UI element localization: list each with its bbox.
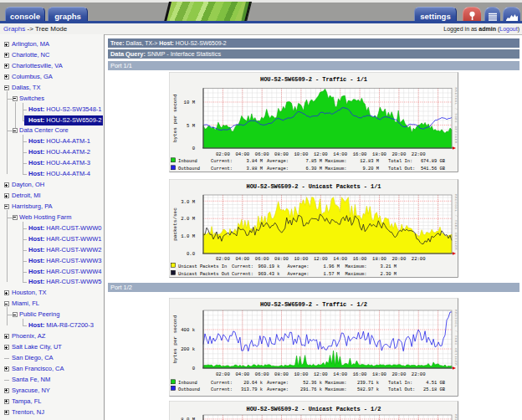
svg-text:8.0 M: 8.0 M [181, 417, 195, 420]
svg-text:Current:: Current: [211, 159, 233, 164]
svg-text:18:00: 18:00 [372, 256, 386, 262]
svg-text:20:00: 20:00 [392, 256, 407, 262]
svg-text:Maximum:: Maximum: [325, 387, 347, 392]
svg-text:Average:: Average: [267, 387, 289, 392]
svg-text:Unicast Packets In: Unicast Packets In [178, 264, 227, 269]
svg-text:HOU-S2-SW6509-2 - Traffic - 1/: HOU-S2-SW6509-2 - Traffic - 1/1 [260, 76, 367, 83]
svg-text:Unicast Packets Out: Unicast Packets Out [178, 272, 229, 277]
svg-text:RRDTOOL / TOBI OETIKER: RRDTOOL / TOBI OETIKER [454, 414, 458, 420]
svg-text:20.64 k: 20.64 k [243, 381, 263, 386]
svg-text:06:00: 06:00 [255, 371, 269, 377]
svg-text:20:00: 20:00 [392, 371, 407, 377]
svg-text:Total In:: Total In: [388, 381, 412, 386]
svg-text:7.85 M: 7.85 M [306, 159, 322, 164]
svg-text:3.21 M: 3.21 M [381, 264, 397, 269]
svg-text:1.0 M: 1.0 M [181, 233, 195, 239]
svg-text:04:00: 04:00 [235, 371, 249, 377]
svg-text:200 k: 200 k [181, 346, 195, 352]
svg-text:Current:: Current: [211, 387, 233, 392]
svg-text:08:00: 08:00 [274, 256, 289, 262]
svg-text:2.30 M: 2.30 M [381, 272, 397, 277]
svg-text:Maximum:: Maximum: [325, 166, 347, 172]
svg-text:04:00: 04:00 [235, 151, 249, 157]
svg-text:16:00: 16:00 [353, 151, 367, 157]
svg-text:6.30 M: 6.30 M [306, 166, 322, 172]
svg-text:Current:: Current: [211, 166, 233, 172]
svg-text:541.56 GB: 541.56 GB [421, 166, 446, 172]
svg-text:291.76 k: 291.76 k [300, 387, 322, 392]
svg-text:18:00: 18:00 [372, 371, 386, 377]
svg-text:400 k: 400 k [181, 327, 195, 333]
svg-text:22:00: 22:00 [412, 256, 426, 262]
svg-text:3.0 M: 3.0 M [181, 199, 195, 205]
svg-text:12:00: 12:00 [314, 256, 328, 262]
svg-text:bytes per second: bytes per second [172, 94, 178, 142]
svg-text:RRDTOOL / TOBI OETIKER: RRDTOOL / TOBI OETIKER [454, 310, 458, 366]
svg-text:582.97 k: 582.97 k [357, 387, 379, 392]
svg-text:02:00: 02:00 [216, 256, 230, 262]
svg-text:12:00: 12:00 [314, 371, 328, 377]
svg-text:Inbound: Inbound [178, 381, 197, 386]
svg-text:Average:: Average: [288, 264, 310, 269]
svg-text:Current:: Current: [232, 264, 253, 269]
svg-text:Maximum:: Maximum: [345, 272, 367, 277]
svg-text:RRDTOOL / TOBI OETIKER: RRDTOOL / TOBI OETIKER [454, 88, 458, 144]
svg-text:Maximum:: Maximum: [325, 159, 347, 164]
svg-text:25.18 GB: 25.18 GB [423, 387, 446, 392]
svg-text:239.71 k: 239.71 k [357, 381, 379, 386]
svg-text:Maximum:: Maximum: [345, 264, 367, 269]
svg-text:08:00: 08:00 [274, 151, 289, 157]
svg-text:12:00: 12:00 [314, 151, 328, 157]
svg-text:Outbound: Outbound [178, 166, 200, 172]
svg-text:10 M: 10 M [184, 100, 195, 105]
svg-text:14:00: 14:00 [333, 256, 347, 262]
svg-text:9.20 M: 9.20 M [363, 166, 379, 172]
svg-text:RRDTOOL / TOBI OETIKER: RRDTOOL / TOBI OETIKER [454, 194, 458, 250]
svg-text:3.84 M: 3.84 M [247, 159, 263, 164]
svg-text:02:00: 02:00 [216, 151, 230, 157]
svg-text:16:00: 16:00 [353, 371, 367, 377]
svg-text:Maximum:: Maximum: [325, 381, 347, 386]
svg-text:Inbound: Inbound [178, 159, 197, 164]
svg-text:674.89 GB: 674.89 GB [421, 159, 446, 164]
svg-text:Average:: Average: [267, 381, 289, 386]
svg-text:14:00: 14:00 [333, 371, 347, 377]
svg-text:04:00: 04:00 [235, 256, 249, 262]
svg-text:Average:: Average: [288, 272, 310, 277]
svg-text:960.19 k: 960.19 k [258, 264, 280, 269]
svg-text:3.88 M: 3.88 M [247, 166, 263, 172]
svg-text:06:00: 06:00 [255, 256, 269, 262]
svg-text:packets/sec: packets/sec [172, 207, 178, 241]
svg-text:4.51 GB: 4.51 GB [426, 381, 445, 386]
svg-text:52.36 k: 52.36 k [303, 381, 322, 386]
svg-text:Total Out:: Total Out: [388, 387, 415, 392]
svg-text:10:00: 10:00 [294, 371, 309, 377]
svg-text:14:00: 14:00 [333, 151, 347, 157]
svg-text:Outbound: Outbound [178, 387, 200, 392]
svg-text:10:00: 10:00 [294, 256, 309, 262]
svg-text:12.83 M: 12.83 M [360, 159, 379, 164]
svg-text:06:00: 06:00 [255, 151, 269, 157]
svg-text:5 M: 5 M [187, 123, 195, 129]
svg-text:313.79 k: 313.79 k [241, 387, 263, 392]
svg-text:20:00: 20:00 [392, 151, 407, 157]
svg-text:Total Out:: Total Out: [388, 166, 415, 172]
svg-text:18:00: 18:00 [372, 151, 386, 157]
svg-text:0.0: 0.0 [187, 251, 196, 257]
svg-text:Average:: Average: [267, 166, 289, 172]
svg-text:16:00: 16:00 [353, 256, 367, 262]
svg-text:Current:: Current: [211, 381, 233, 386]
svg-text:969.43 k: 969.43 k [258, 272, 280, 277]
svg-text:Average:: Average: [267, 159, 289, 164]
svg-text:HOU-S2-SW6509-2 - Unicast Pack: HOU-S2-SW6509-2 - Unicast Packets - 1/2 [247, 406, 381, 412]
svg-text:Total In:: Total In: [388, 159, 412, 164]
svg-text:bytes per second: bytes per second [172, 315, 178, 363]
svg-text:22:00: 22:00 [412, 371, 426, 377]
svg-text:1.96 M: 1.96 M [324, 264, 340, 269]
svg-text:HOU-S2-SW6509-2 - Traffic - 1/: HOU-S2-SW6509-2 - Traffic - 1/2 [260, 301, 367, 308]
svg-text:08:00: 08:00 [274, 371, 289, 377]
svg-text:02:00: 02:00 [216, 371, 230, 377]
svg-text:2.0 M: 2.0 M [181, 216, 195, 222]
svg-text:Current:: Current: [232, 272, 253, 277]
svg-text:HOU-S2-SW6509-2 - Unicast Pack: HOU-S2-SW6509-2 - Unicast Packets - 1/1 [247, 183, 381, 190]
